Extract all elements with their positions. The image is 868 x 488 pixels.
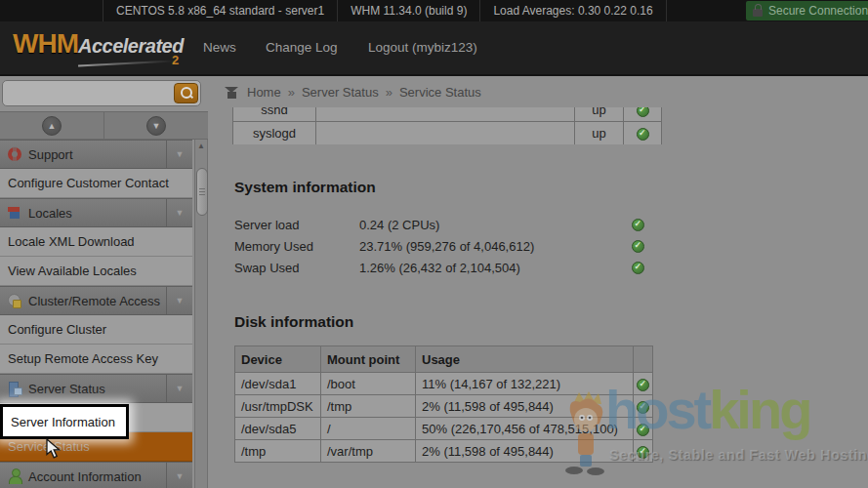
service-name: sshd	[233, 107, 316, 122]
sidebar-item-configure-cluster[interactable]: Configure Cluster	[0, 315, 192, 345]
sidebar-section-support[interactable]: Support ▼	[0, 140, 192, 169]
table-row: syslogd up	[233, 122, 662, 145]
mount-cell: /	[321, 418, 416, 440]
status-ok-icon	[637, 128, 649, 141]
scrollbar-up-icon[interactable]: ▲	[195, 142, 207, 150]
metric-value: 1.26% (26,432 of 2,104,504)	[359, 261, 520, 275]
col-status	[634, 346, 653, 373]
status-ok-icon	[637, 424, 649, 436]
secure-connection-label: Secure Connection	[768, 4, 868, 18]
service-detail	[316, 122, 575, 145]
sidebar-section-account-information[interactable]: Account Information ▼	[0, 462, 192, 488]
system-info-title: System information	[234, 179, 376, 196]
breadcrumb-separator: »	[288, 85, 295, 100]
mouse-cursor	[46, 438, 62, 460]
service-status: up	[575, 107, 624, 122]
services-table-clipped: sshd up syslogd up	[232, 107, 663, 144]
metric-label: Memory Used	[234, 239, 359, 254]
lock-icon	[753, 9, 763, 17]
system-info-row: Swap Used 1.26% (26,432 of 2,104,504)	[234, 257, 644, 278]
support-icon	[7, 146, 22, 162]
system-info-row: Memory Used 23.71% (959,276 of 4,046,612…	[234, 235, 644, 257]
load-averages-label: Load Averages: 0.30 0.22 0.16	[480, 0, 666, 21]
table-row: /dev/sda1 /boot 11% (14,167 of 132,221)	[235, 373, 653, 395]
nav-link-news[interactable]: News	[203, 40, 236, 55]
col-usage: Usage	[416, 346, 634, 373]
sidebar-item-label: Locale XML Download	[8, 234, 135, 249]
server-information-callout[interactable]: Server Information	[0, 404, 129, 439]
sidebar-item-locale-xml-download[interactable]: Locale XML Download	[0, 227, 192, 257]
breadcrumb-home[interactable]: Home	[247, 85, 281, 100]
sidebar-section-label: Cluster/Remote Access	[28, 294, 160, 308]
mount-cell: /var/tmp	[321, 440, 416, 463]
status-ok-icon	[637, 446, 649, 459]
home-icon[interactable]	[225, 87, 238, 99]
chevron-down-icon[interactable]: ▼	[166, 141, 192, 168]
status-ok-icon	[632, 219, 644, 231]
logo-swoosh	[78, 60, 174, 66]
metric-label: Server load	[234, 218, 359, 232]
col-mount-point: Mount point	[321, 346, 416, 373]
sidebar-section-label: Support	[28, 147, 73, 162]
whm-version-label: WHM 11.34.0 (build 9)	[338, 0, 480, 21]
col-device: Device	[235, 346, 321, 373]
scrollbar-thumb[interactable]	[196, 168, 208, 216]
system-info-row: Server load 0.24 (2 CPUs)	[234, 214, 644, 235]
status-bar: CENTOS 5.8 x86_64 standard - server1 WHM…	[0, 0, 868, 21]
sidebar-section-locales[interactable]: Locales ▼	[0, 198, 192, 227]
sidebar-section-label: Server Status	[28, 382, 105, 396]
sidebar-scroll-down-button[interactable]: ▼	[104, 112, 208, 139]
usage-cell: 2% (11,598 of 495,844)	[416, 440, 634, 463]
chevron-down-icon[interactable]: ▼	[166, 463, 192, 488]
table-row: /dev/sda5 / 50% (226,170,456 of 478,515,…	[235, 418, 653, 440]
sidebar-section-server-status[interactable]: Server Status ▼	[0, 374, 192, 403]
sidebar-section-label: Account Information	[28, 469, 142, 484]
search-input[interactable]	[7, 83, 175, 105]
usage-cell: 11% (14,167 of 132,221)	[416, 373, 634, 395]
service-name: syslogd	[233, 122, 316, 145]
usage-cell: 50% (226,170,456 of 478,515,100)	[416, 418, 634, 440]
sidebar-item-label: Configure Customer Contact	[8, 176, 169, 190]
cluster-icon	[7, 293, 22, 308]
status-ok-icon	[632, 240, 644, 253]
device-cell: /dev/sda5	[235, 418, 321, 440]
sidebar-scroll-up-button[interactable]: ▲	[0, 112, 104, 139]
device-cell: /usr/tmpDSK	[235, 395, 321, 418]
breadcrumb-service-status: Service Status	[399, 85, 481, 100]
breadcrumb: Home » Server Status » Service Status	[225, 85, 481, 100]
sidebar-item-label: View Available Locales	[8, 264, 137, 278]
service-detail	[316, 107, 575, 122]
search-button[interactable]	[174, 83, 198, 103]
search-box	[2, 80, 201, 106]
system-info: Server load 0.24 (2 CPUs) Memory Used 23…	[234, 214, 644, 278]
nav-link-changelog[interactable]: Change Log	[266, 40, 338, 55]
service-status: up	[575, 122, 624, 145]
status-ok-icon	[637, 107, 649, 117]
whm-logo[interactable]: WHM	[13, 28, 78, 60]
chevron-down-icon[interactable]: ▼	[166, 287, 192, 314]
device-cell: /dev/sda1	[235, 373, 321, 395]
secure-connection-badge[interactable]: Secure Connection	[746, 1, 868, 20]
sidebar-item-configure-customer-contact[interactable]: Configure Customer Contact	[0, 169, 192, 198]
sidebar-scrollbar[interactable]: ▲	[194, 140, 208, 488]
account-icon	[7, 468, 22, 484]
arrow-up-icon: ▲	[48, 120, 57, 130]
table-row: /usr/tmpDSK /tmp 2% (11,598 of 495,844)	[235, 395, 653, 418]
nav-link-logout[interactable]: Logout (mybiz123)	[368, 40, 477, 55]
sidebar-section-label: Locales	[28, 206, 72, 221]
disk-table: Device Mount point Usage /dev/sda1 /boot…	[234, 346, 653, 463]
sidebar-item-view-available-locales[interactable]: View Available Locales	[0, 257, 192, 286]
breadcrumb-server-status[interactable]: Server Status	[302, 85, 379, 100]
sidebar-pager: ▲ ▼	[0, 111, 208, 140]
arrow-down-icon: ▼	[152, 120, 161, 130]
table-header-row: Device Mount point Usage	[235, 346, 653, 373]
sidebar-item-setup-remote-access-key[interactable]: Setup Remote Access Key	[0, 345, 192, 374]
sidebar-item-label: Setup Remote Access Key	[8, 351, 158, 366]
sidebar-section-cluster-remote-access[interactable]: Cluster/Remote Access ▼	[0, 286, 192, 315]
breadcrumb-separator: »	[386, 85, 393, 100]
metric-value: 23.71% (959,276 of 4,046,612)	[359, 239, 534, 254]
chevron-down-icon[interactable]: ▼	[166, 199, 192, 226]
mount-cell: /boot	[321, 373, 416, 395]
chevron-down-icon[interactable]: ▼	[166, 375, 192, 402]
server-status-icon	[7, 381, 22, 396]
